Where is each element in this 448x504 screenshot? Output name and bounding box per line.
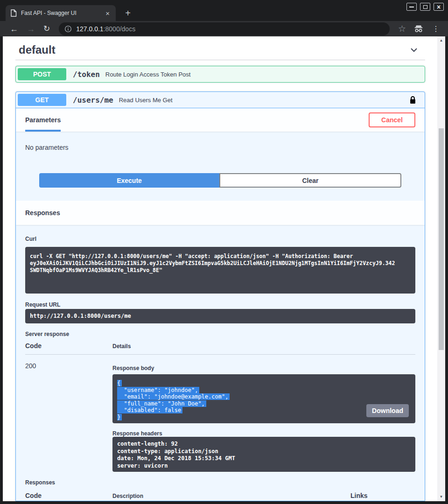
scroll-down-icon[interactable]: ▼ bbox=[437, 495, 445, 499]
group-divider bbox=[15, 60, 425, 60]
execute-button[interactable]: Execute bbox=[39, 173, 219, 188]
bookmark-star-icon[interactable]: ☆ bbox=[394, 23, 410, 34]
curl-command-text: curl -X GET "http://127.0.0.1:8000/users… bbox=[30, 253, 411, 287]
status-code: 200 bbox=[25, 362, 112, 472]
spacer bbox=[25, 188, 415, 201]
opblock-get-users-me: GET /users/me Read Users Me Get Paramete… bbox=[15, 91, 425, 501]
table-header: Code Description Links bbox=[25, 492, 415, 501]
address-bar[interactable]: 127.0.0.1:8000/docs bbox=[59, 22, 390, 35]
op-summary-text: Read Users Me Get bbox=[119, 97, 173, 104]
window-controls: × bbox=[406, 3, 444, 11]
documented-responses-table: Code Description Links bbox=[25, 492, 415, 501]
opblock-summary[interactable]: POST /token Route Login Access Token Pos… bbox=[16, 66, 425, 82]
details-column-header: Details bbox=[112, 343, 131, 350]
response-headers-label: Response headers bbox=[112, 430, 415, 437]
window-close-button[interactable]: × bbox=[434, 3, 444, 11]
op-summary-text: Route Login Access Token Post bbox=[105, 71, 191, 78]
url-path: :8000/docs bbox=[104, 25, 136, 33]
scroll-up-icon[interactable]: ▲ bbox=[437, 38, 445, 42]
opblock-summary[interactable]: GET /users/me Read Users Me Get bbox=[16, 92, 425, 108]
code-column-header: Code bbox=[25, 492, 112, 499]
browser-toolbar: ← → ↻ 127.0.0.1:8000/docs ☆ ⋮ bbox=[0, 21, 448, 36]
opblock-post-token[interactable]: POST /token Route Login Access Token Pos… bbox=[15, 66, 425, 83]
browser-menu-icon[interactable]: ⋮ bbox=[427, 24, 442, 33]
parameters-title: Parameters bbox=[25, 116, 61, 124]
table-header: Code Details bbox=[25, 342, 415, 355]
parameters-header: Parameters Cancel bbox=[16, 108, 425, 132]
window-maximize-button[interactable] bbox=[420, 3, 430, 11]
new-tab-button[interactable]: + bbox=[121, 7, 134, 20]
api-group-header[interactable]: default bbox=[15, 36, 425, 60]
op-path: /users/me bbox=[73, 96, 113, 105]
url-host: 127.0.0.1 bbox=[76, 25, 103, 33]
response-body-block: { "username": "johndoe", "email": "johnd… bbox=[112, 374, 415, 423]
op-path: /token bbox=[73, 70, 100, 79]
browser-tab[interactable]: Fast API - Swagger UI × bbox=[6, 5, 116, 21]
no-parameters-text: No parameters bbox=[25, 144, 415, 151]
curl-label: Curl bbox=[25, 236, 415, 242]
curl-command-block: curl -X GET "http://127.0.0.1:8000/users… bbox=[25, 247, 415, 294]
responses-title: Responses bbox=[25, 209, 60, 217]
method-badge-get: GET bbox=[18, 94, 66, 106]
close-icon: × bbox=[437, 4, 441, 10]
clear-button[interactable]: Clear bbox=[219, 173, 401, 188]
page-info-icon[interactable] bbox=[64, 25, 72, 33]
incognito-icon[interactable] bbox=[410, 25, 427, 33]
swagger-page: default POST /token Route Login Access T… bbox=[3, 36, 445, 501]
forward-button[interactable]: → bbox=[22, 25, 39, 33]
window-minimize-button[interactable] bbox=[406, 3, 417, 11]
response-headers-block: content-length: 92content-type: applicat… bbox=[112, 437, 415, 472]
server-response-table: Code Details 200 Response body { "userna… bbox=[25, 342, 415, 472]
api-group-title: default bbox=[19, 43, 56, 56]
execute-wrapper: Execute Clear bbox=[39, 173, 401, 188]
responses-body: Curl curl -X GET "http://127.0.0.1:8000/… bbox=[16, 225, 425, 501]
code-column-header: Code bbox=[25, 342, 112, 350]
page-favicon-icon bbox=[10, 9, 17, 17]
tab-close-icon[interactable]: × bbox=[104, 10, 111, 17]
download-button[interactable]: Download bbox=[366, 404, 409, 417]
auth-lock-icon[interactable] bbox=[409, 96, 416, 105]
page-scrollbar[interactable]: ▲ ▼ bbox=[437, 36, 445, 501]
request-url-label: Request URL bbox=[25, 301, 415, 308]
titlebar: Fast API - Swagger UI × + × bbox=[0, 0, 448, 21]
url-text: 127.0.0.1:8000/docs bbox=[76, 25, 135, 33]
links-column-header: Links bbox=[350, 492, 415, 499]
minimize-icon bbox=[409, 7, 414, 7]
documented-responses-label: Responses bbox=[25, 479, 415, 486]
responses-header: Responses bbox=[16, 201, 425, 225]
scrollbar-thumb[interactable] bbox=[439, 128, 444, 350]
tab-parameters[interactable]: Parameters bbox=[25, 108, 61, 132]
server-response-label: Server response bbox=[25, 331, 415, 337]
table-row: 200 Response body { "username": "johndoe… bbox=[25, 362, 415, 472]
request-url-value: http://127.0.0.1:8000/users/me bbox=[25, 309, 415, 323]
parameters-body: No parameters Execute Clear bbox=[16, 132, 425, 201]
response-body-label: Response body bbox=[112, 365, 415, 371]
chevron-down-icon[interactable] bbox=[409, 45, 419, 55]
response-details-cell: Response body { "username": "johndoe", "… bbox=[112, 362, 415, 472]
reload-button[interactable]: ↻ bbox=[39, 25, 54, 33]
page-content: default POST /token Route Login Access T… bbox=[3, 36, 437, 501]
maximize-icon bbox=[423, 5, 427, 9]
method-badge-post: POST bbox=[18, 68, 66, 80]
description-column-header: Description bbox=[112, 493, 350, 499]
cancel-button[interactable]: Cancel bbox=[369, 112, 415, 127]
tab-title: Fast API - Swagger UI bbox=[21, 10, 104, 16]
back-button[interactable]: ← bbox=[6, 25, 22, 33]
